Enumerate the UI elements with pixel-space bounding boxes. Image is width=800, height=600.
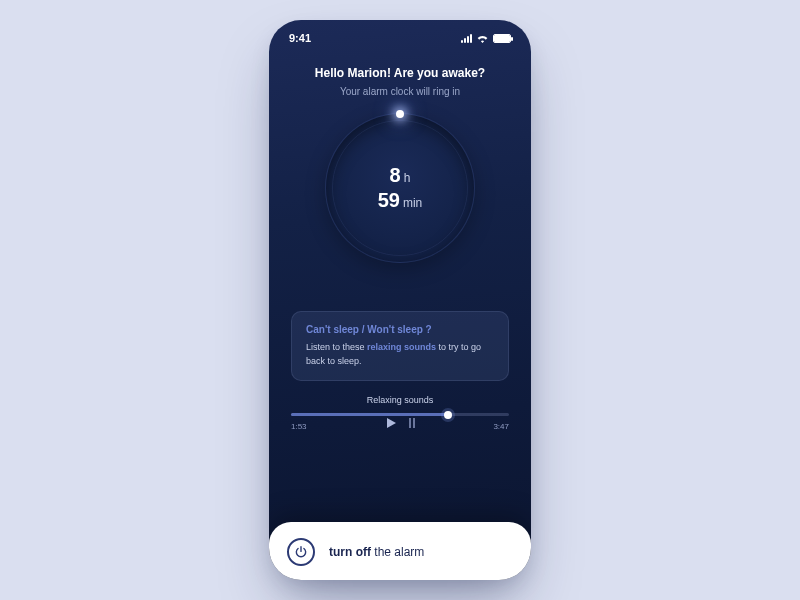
track-title: Relaxing sounds — [291, 395, 509, 405]
phone-frame: 9:41 Hello Marion! Are you awake? Your a… — [269, 20, 531, 580]
tip-card-title: Can't sleep / Won't sleep ? — [306, 324, 494, 335]
turn-off-bold: turn off — [329, 545, 371, 559]
pause-icon[interactable] — [409, 418, 415, 428]
hours-number: 8 — [390, 163, 401, 188]
seek-slider[interactable] — [291, 413, 509, 416]
seek-thumb[interactable] — [444, 411, 452, 419]
status-indicators — [461, 33, 511, 43]
subheading: Your alarm clock will ring in — [293, 86, 507, 97]
hours-unit: h — [404, 171, 411, 186]
wifi-icon — [476, 33, 489, 43]
tip-card[interactable]: Can't sleep / Won't sleep ? Listen to th… — [291, 311, 509, 381]
turn-off-rest: the alarm — [371, 545, 424, 559]
tip-card-body: Listen to these relaxing sounds to try t… — [306, 341, 494, 368]
power-icon — [287, 538, 315, 566]
seek-fill — [291, 413, 448, 416]
clock-handle-icon[interactable] — [396, 110, 404, 118]
battery-icon — [493, 34, 511, 43]
countdown-clock[interactable]: 8h 59min — [269, 113, 531, 263]
turn-off-label: turn off the alarm — [329, 545, 424, 559]
tip-body-pre: Listen to these — [306, 342, 367, 352]
cellular-signal-icon — [461, 34, 472, 43]
countdown-value: 8h 59min — [378, 163, 423, 213]
turn-off-alarm-button[interactable]: turn off the alarm — [269, 522, 531, 580]
greeting-name: Marion — [348, 66, 387, 80]
time-elapsed: 1:53 — [291, 422, 307, 431]
audio-player: Relaxing sounds 1:53 3:47 — [291, 395, 509, 429]
status-time: 9:41 — [289, 32, 311, 44]
greeting-hello: Hello — [315, 66, 348, 80]
minutes-number: 59 — [378, 188, 400, 213]
minutes-unit: min — [403, 196, 422, 211]
header: Hello Marion! Are you awake? Your alarm … — [269, 66, 531, 97]
time-total: 3:47 — [493, 422, 509, 431]
greeting-text: Hello Marion! Are you awake? — [293, 66, 507, 80]
status-bar: 9:41 — [269, 20, 531, 44]
tip-body-highlight: relaxing sounds — [367, 342, 436, 352]
greeting-rest: ! Are you awake? — [387, 66, 485, 80]
play-icon[interactable] — [385, 417, 397, 429]
